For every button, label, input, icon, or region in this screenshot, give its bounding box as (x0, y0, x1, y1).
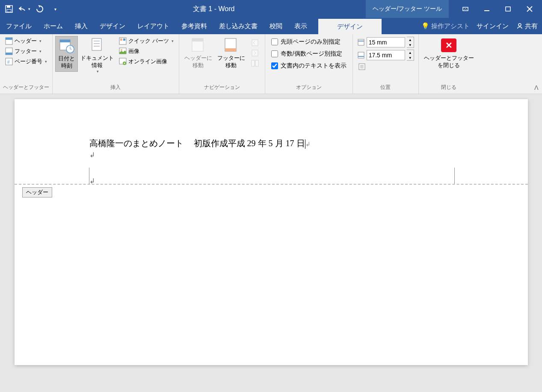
group-headerfooter: ヘッダー ▾ フッター ▾ # ページ番号 ▾ ヘッダーとフッター (0, 34, 53, 94)
quick-parts-icon (119, 37, 127, 45)
goto-footer-label: フッターに 移動 (217, 55, 245, 69)
link-icon (251, 59, 259, 67)
header-button[interactable]: ヘッダー ▾ (3, 36, 50, 46)
next-icon (251, 49, 259, 57)
svg-rect-26 (123, 38, 125, 41)
tab-home[interactable]: ホーム (38, 18, 69, 34)
online-pictures-icon (119, 58, 127, 65)
group-label-headerfooter: ヘッダーとフッター (0, 83, 52, 94)
paragraph-mark-line2: ↲ (15, 149, 528, 162)
tab-file[interactable]: ファイル (0, 18, 38, 34)
tab-review[interactable]: 校閲 (264, 18, 288, 34)
header-boundary-line (15, 184, 528, 185)
tab-references[interactable]: 参考資料 (175, 18, 213, 34)
goto-header-button: ヘッダーに 移動 (182, 36, 215, 71)
share-label: 共有 (525, 22, 538, 30)
tab-mailings[interactable]: 差し込み文書 (213, 18, 264, 34)
group-label-insert: 挿入 (53, 83, 179, 94)
sign-in-button[interactable]: サインイン (473, 18, 512, 34)
undo-button[interactable]: ▾ (18, 3, 31, 15)
header-top-position: 15 mm ▲▼ (355, 36, 416, 49)
spinner-down[interactable]: ▼ (407, 42, 414, 47)
chevron-down-icon: ▾ (39, 39, 41, 43)
svg-rect-16 (60, 40, 70, 42)
share-button[interactable]: 共有 (512, 18, 542, 34)
insert-alignment-tab-button[interactable] (355, 62, 416, 72)
tab-view[interactable]: 表示 (288, 18, 313, 34)
footer-bottom-position: 17.5 mm ▲▼ (355, 49, 416, 62)
document-info-button[interactable]: ドキュメント 情報 ▾ (78, 36, 116, 76)
goto-footer-icon (223, 38, 239, 53)
svg-text:#: # (7, 60, 10, 65)
svg-rect-38 (255, 60, 258, 66)
tab-headerfooter-design[interactable]: デザイン (318, 18, 382, 34)
show-document-text-checkbox[interactable]: 文書内のテキストを表示 (268, 60, 350, 72)
chevron-down-icon: ▾ (97, 69, 99, 74)
header-position-icon (357, 38, 365, 46)
svg-point-8 (518, 24, 521, 26)
previous-icon (251, 39, 259, 47)
tab-design[interactable]: デザイン (94, 18, 131, 34)
chevron-down-icon: ▾ (172, 39, 174, 43)
footer-icon (5, 47, 13, 55)
minimize-button[interactable] (477, 3, 497, 15)
page-number-button[interactable]: # ページ番号 ▾ (3, 56, 50, 67)
header-text-part1: 高橋隆一のまとめノート (89, 138, 184, 149)
maximize-button[interactable] (498, 3, 518, 15)
svg-rect-25 (120, 38, 122, 41)
spinner-up[interactable]: ▲ (407, 37, 414, 42)
different-odd-even-checkbox[interactable]: 奇数/偶数ページ別指定 (268, 48, 350, 60)
qat-customize[interactable]: ▾ (49, 3, 62, 15)
quick-parts-label: クイック パーツ (128, 37, 169, 45)
header-text-line1[interactable]: 高橋隆一のまとめノート 初版作成平成 29 年 5 月 17 日↲ (15, 138, 528, 149)
contextual-tab-label: ヘッダー/フッター ツール (366, 0, 449, 18)
group-label-options: オプション (265, 83, 352, 94)
tell-me-label: 操作アシスト (431, 22, 470, 30)
tab-layout[interactable]: レイアウト (131, 18, 175, 34)
save-button[interactable] (3, 3, 15, 15)
ribbon-display-button[interactable] (456, 3, 475, 15)
group-navigation: ヘッダーに 移動 フッターに 移動 ナビゲーション (179, 34, 265, 94)
header-edit-area[interactable]: 高橋隆一のまとめノート 初版作成平成 29 年 5 月 17 日↲ ↲ (15, 99, 528, 162)
header-icon (5, 37, 13, 45)
alignment-tab-icon (358, 63, 366, 71)
svg-rect-35 (252, 40, 258, 46)
ribbon: ヘッダー ▾ フッター ▾ # ページ番号 ▾ ヘッダーとフッター (0, 34, 542, 94)
lightbulb-icon: 💡 (421, 22, 429, 30)
different-first-page-checkbox[interactable]: 先頭ページのみ別指定 (268, 36, 350, 48)
footer-position-icon (357, 51, 365, 59)
svg-rect-2 (7, 9, 11, 12)
close-header-footer-button[interactable]: ✕ ヘッダーとフッター を閉じる (421, 36, 477, 71)
spinner-up[interactable]: ▲ (407, 50, 414, 55)
share-icon (516, 23, 523, 29)
pictures-icon (119, 47, 127, 55)
document-info-icon (89, 38, 105, 53)
quick-parts-button[interactable]: クイック パーツ ▾ (116, 36, 176, 46)
body-paragraph-mark: ↲ (15, 175, 528, 188)
svg-rect-32 (192, 38, 203, 41)
pictures-button[interactable]: 画像 (116, 46, 176, 56)
header-top-input[interactable]: 15 mm (367, 37, 405, 47)
date-time-button[interactable]: 日付と 時刻 (55, 36, 78, 72)
document-workspace: 高橋隆一のまとめノート 初版作成平成 29 年 5 月 17 日↲ ↲ ヘッダー… (0, 94, 542, 392)
page-number-icon: # (5, 58, 13, 65)
document-info-label: ドキュメント 情報 (80, 55, 114, 69)
redo-button[interactable] (33, 3, 46, 15)
different-first-label: 先頭ページのみ別指定 (281, 38, 341, 46)
show-text-label: 文書内のテキストを表示 (281, 62, 347, 70)
collapse-ribbon-button[interactable]: ᐱ (534, 84, 539, 91)
group-insert: 日付と 時刻 ドキュメント 情報 ▾ クイック パーツ ▾ 画像 (53, 34, 179, 94)
online-pictures-button[interactable]: オンライン画像 (116, 56, 176, 67)
footer-button[interactable]: フッター ▾ (3, 46, 50, 56)
document-page[interactable]: 高橋隆一のまとめノート 初版作成平成 29 年 5 月 17 日↲ ↲ ヘッダー… (15, 99, 528, 365)
tab-insert[interactable]: 挿入 (69, 18, 94, 34)
close-button[interactable] (520, 3, 539, 15)
spinner-down[interactable]: ▼ (407, 55, 414, 60)
date-time-icon (59, 38, 74, 53)
footer-bottom-input[interactable]: 17.5 mm (367, 50, 405, 60)
tell-me-search[interactable]: 💡 操作アシスト (418, 18, 473, 34)
svg-rect-39 (358, 39, 364, 45)
chevron-down-icon: ▾ (45, 59, 47, 64)
goto-footer-button[interactable]: フッターに 移動 (215, 36, 248, 71)
header-label: ヘッダー (15, 37, 37, 45)
